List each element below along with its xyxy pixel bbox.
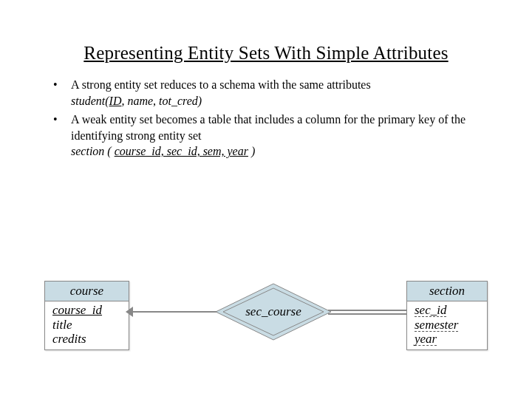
bullet-text: A weak entity set becomes a table that i… (71, 113, 466, 142)
slide-title: Representing Entity Sets With Simple Att… (0, 43, 532, 64)
entity-attr: credits (52, 332, 121, 347)
entity-attr-pk: course_id (52, 303, 102, 317)
schema-name: section ( (71, 145, 115, 157)
schema-rest: , name, tot_cred) (121, 95, 202, 107)
entity-name: course (45, 282, 129, 301)
entity-attr: title (52, 318, 121, 332)
connector-line (129, 311, 219, 313)
schema-rest: ) (248, 145, 255, 157)
connector-line (328, 313, 406, 315)
relationship-diamond: sec_course (214, 282, 332, 341)
er-diagram: course course_id title credits sec_cours… (44, 281, 488, 369)
connector-line (328, 310, 406, 311)
entity-attr-discriminator: year (415, 332, 437, 346)
bullet-marker: • (53, 77, 71, 109)
relationship-label: sec_course (214, 282, 332, 341)
bullet-marker: • (53, 112, 71, 160)
entity-course: course course_id title credits (44, 281, 129, 350)
schema-pk: ID (109, 95, 122, 107)
schema-name: student( (71, 95, 109, 107)
schema-pk: course_id, sec_id, sem, year (115, 145, 248, 157)
entity-attr-discriminator: semester (415, 318, 458, 332)
entity-section: section sec_id semester year (406, 281, 488, 350)
bullet-item: • A weak entity set becomes a table that… (53, 112, 479, 160)
entity-attr-discriminator: sec_id (415, 304, 446, 317)
bullet-list: • A strong entity set reduces to a schem… (53, 77, 479, 160)
entity-name: section (407, 282, 487, 301)
bullet-text: A strong entity set reduces to a schema … (71, 78, 371, 91)
bullet-item: • A strong entity set reduces to a schem… (53, 77, 479, 109)
